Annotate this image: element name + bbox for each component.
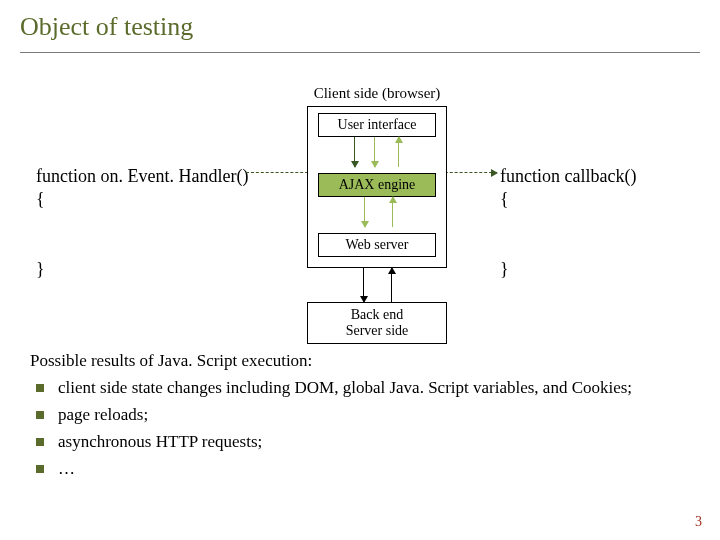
gap-ajax-web (308, 197, 446, 227)
list-item: page reloads; (30, 404, 692, 427)
title-underline (20, 52, 700, 53)
arrow-down-icon (354, 137, 355, 167)
client-side-label: Client side (browser) (297, 85, 457, 102)
gap-web-backend (297, 268, 457, 302)
slide-title: Object of testing (20, 12, 700, 48)
fn-signature: function callback() (500, 165, 636, 188)
arrow-down-icon (364, 197, 365, 227)
title-block: Object of testing (20, 12, 700, 53)
open-brace: { (500, 188, 636, 211)
list-item: asynchronous HTTP requests; (30, 431, 692, 454)
arrow-up-icon (398, 137, 399, 167)
arrow-down-icon (363, 268, 364, 302)
arrow-down-icon (374, 137, 375, 167)
web-server-box: Web server (318, 233, 436, 257)
backend-line2: Server side (308, 323, 446, 339)
fn-signature: function on. Event. Handler() (36, 165, 248, 188)
user-interface-box: User interface (318, 113, 436, 137)
backend-line1: Back end (308, 307, 446, 323)
code-snippet-left: function on. Event. Handler() { } (36, 165, 248, 281)
ajax-engine-box: AJAX engine (318, 173, 436, 197)
code-snippet-right: function callback() { } (500, 165, 636, 281)
arrow-up-icon (391, 268, 392, 302)
open-brace: { (36, 188, 248, 211)
page-number: 3 (695, 514, 702, 530)
architecture-diagram: Client side (browser) User interface AJA… (297, 85, 457, 325)
list-item: … (30, 458, 692, 481)
close-brace: } (36, 258, 248, 281)
gap-ui-ajax (308, 137, 446, 167)
close-brace: } (500, 258, 636, 281)
results-intro: Possible results of Java. Script executi… (30, 350, 692, 373)
client-box: User interface AJAX engine Web server (307, 106, 447, 268)
list-item: client side state changes including DOM,… (30, 377, 692, 400)
results-list: client side state changes including DOM,… (30, 377, 692, 481)
backend-box: Back end Server side (307, 302, 447, 344)
results-paragraph: Possible results of Java. Script executi… (30, 350, 692, 481)
arrow-up-icon (392, 197, 393, 227)
